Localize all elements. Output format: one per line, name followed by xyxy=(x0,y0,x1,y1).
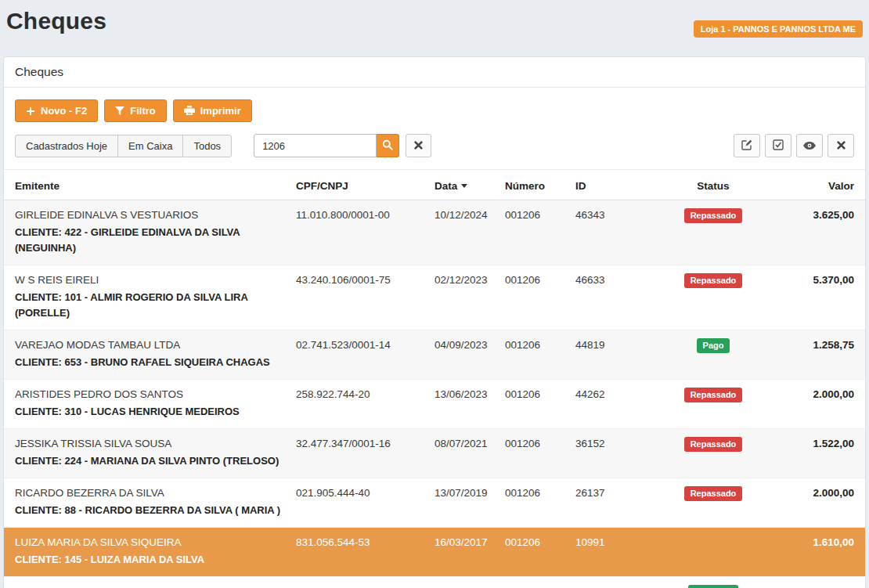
row-action-group xyxy=(734,134,854,157)
date-value: 02/12/2023 xyxy=(428,265,499,330)
emitente-name: RICARDO BEZERRA DA SILVA xyxy=(15,485,283,501)
plus-icon xyxy=(26,106,35,116)
cheque-row[interactable]: VAREJAO MODAS TAMBAU LTDA CLIENTE: 653 -… xyxy=(4,330,865,380)
printer-icon xyxy=(184,106,195,116)
id-value: 44262 xyxy=(569,380,655,429)
emitente-name: JESSIKA TRISSIA SILVA SOUSA xyxy=(15,436,283,452)
print-button[interactable]: Imprimir xyxy=(173,99,252,122)
cliente-info: CLIENTE: 422 - GIRLEIDE EDINALVA DA SILV… xyxy=(15,225,283,256)
status-cell: Repassado xyxy=(655,429,771,478)
emitente-cell: VAREJAO MODAS TAMBAU LTDA CLIENTE: 653 -… xyxy=(4,330,290,380)
filter-button-label: Filtro xyxy=(130,105,156,117)
close-icon xyxy=(837,140,846,152)
valor-value: 1.610,00 xyxy=(771,528,865,577)
cheque-row[interactable]: RICARDO BEZERRA DA SILVA CLIENTE: 88 - R… xyxy=(4,478,865,528)
status-cell: Repassado xyxy=(655,200,771,265)
date-value: 09/01/2016 xyxy=(428,577,499,588)
cliente-info: CLIENTE: 88 - RICARDO BEZERRA DA SILVA (… xyxy=(15,503,283,518)
cheque-row[interactable]: LUIZA MARIA DA SILVA SIQUEIRA CLIENTE: 1… xyxy=(4,528,865,577)
cheque-row[interactable]: GIRLEIDE EDINALVA S VESTUARIOS CLIENTE: … xyxy=(4,200,865,265)
new-button-label: Novo - F2 xyxy=(41,105,87,117)
cpf-value: 32.477.347/0001-16 xyxy=(290,429,428,478)
col-header-data[interactable]: Data xyxy=(428,170,499,200)
page-title: Cheques xyxy=(6,8,106,34)
col-header-valor: Valor xyxy=(771,170,865,200)
store-badge: Loja 1 - PANNOS E PANNOS LTDA ME xyxy=(694,20,863,38)
col-header-id: ID xyxy=(569,170,655,200)
print-button-label: Imprimir xyxy=(200,105,241,117)
cheque-row[interactable]: JESSIKA TRISSIA SILVA SOUSA CLIENTE: 224… xyxy=(4,429,865,478)
filter-icon xyxy=(115,106,124,116)
id-value: 46343 xyxy=(569,200,655,265)
panel-title: Cheques xyxy=(4,57,865,88)
quick-filter-group: Cadastrados Hoje Em Caixa Todos xyxy=(15,135,232,157)
clear-search-button[interactable] xyxy=(406,134,431,157)
id-value: 44819 xyxy=(569,330,655,380)
emitente-cell: JESSIKA TRISSIA SILVA SOUSA CLIENTE: 224… xyxy=(4,429,290,478)
numero-value: 001206 xyxy=(499,528,569,577)
valor-value: 4.000,00 xyxy=(771,577,865,588)
search-group xyxy=(254,134,399,157)
emitente-cell: GIRLEIDE EDINALVA S VESTUARIOS CLIENTE: … xyxy=(4,200,290,265)
date-value: 10/12/2024 xyxy=(428,200,499,265)
search-button[interactable] xyxy=(377,134,399,157)
cheque-row[interactable]: MARIA VERBENIA JOVENTINO CLIENTE: 23 - C… xyxy=(4,577,865,588)
search-input[interactable] xyxy=(254,134,377,157)
date-value: 04/09/2023 xyxy=(428,330,499,380)
valor-value: 3.625,00 xyxy=(771,200,865,265)
filter-tab-em-caixa[interactable]: Em Caixa xyxy=(117,135,183,157)
numero-value: 001206 xyxy=(499,200,569,265)
filter-button[interactable]: Filtro xyxy=(104,99,167,122)
view-button[interactable] xyxy=(796,134,823,157)
eye-icon xyxy=(803,140,816,152)
valor-value: 1.522,00 xyxy=(771,429,865,478)
col-header-numero: Número xyxy=(499,170,569,200)
emitente-name: VAREJAO MODAS TAMBAU LTDA xyxy=(15,337,283,353)
cpf-value: 258.922.744-20 xyxy=(290,380,428,429)
cliente-info: CLIENTE: 145 - LUIZA MARIA DA SILVA xyxy=(15,552,283,568)
date-value: 13/06/2023 xyxy=(428,380,499,429)
cpf-value: 11.010.800/0001-00 xyxy=(290,200,428,265)
cpf-value: 831.056.544-53 xyxy=(290,528,428,577)
cheques-panel: Cheques Novo - F2 Filtro Imprimir xyxy=(3,56,866,588)
cliente-info: CLIENTE: 653 - BRUNO RAFAEL SIQUEIRA CHA… xyxy=(15,355,283,370)
cheques-table-body: GIRLEIDE EDINALVA S VESTUARIOS CLIENTE: … xyxy=(4,200,865,588)
cheques-table: Emitente CPF/CNPJ Data Número ID Status … xyxy=(4,170,865,588)
emitente-name: ARISTIDES PEDRO DOS SANTOS xyxy=(15,387,283,402)
status-badge: Em caixa xyxy=(688,585,738,588)
col-header-emitente: Emitente xyxy=(4,170,290,200)
cheque-row[interactable]: ARISTIDES PEDRO DOS SANTOS CLIENTE: 310 … xyxy=(4,380,865,429)
valor-value: 5.370,00 xyxy=(771,265,865,330)
col-header-cpf: CPF/CNPJ xyxy=(290,170,428,200)
id-value: 46633 xyxy=(569,265,655,330)
date-value: 13/07/2019 xyxy=(428,478,499,528)
numero-value: 001206 xyxy=(499,265,569,330)
col-header-status: Status xyxy=(655,170,771,200)
toolbar: Novo - F2 Filtro Imprimir xyxy=(4,88,865,122)
emitente-name: LUIZA MARIA DA SILVA SIQUEIRA xyxy=(15,535,283,550)
emitente-cell: W S REIS EIRELI CLIENTE: 101 - ALMIR ROG… xyxy=(4,265,290,330)
status-cell: Pago xyxy=(655,330,771,380)
new-button[interactable]: Novo - F2 xyxy=(15,99,98,122)
status-badge: Repassado xyxy=(684,208,743,223)
select-mode-button[interactable] xyxy=(765,134,791,157)
emitente-name: MARIA VERBENIA JOVENTINO xyxy=(15,584,283,588)
valor-value: 1.258,75 xyxy=(771,330,865,380)
edit-mode-button[interactable] xyxy=(734,134,760,157)
cliente-info: CLIENTE: 224 - MARIANA DA SILVA PINTO (T… xyxy=(15,453,283,469)
cpf-value: 731.281.474-34 xyxy=(290,577,428,588)
date-value: 08/07/2021 xyxy=(428,429,499,478)
close-panel-button[interactable] xyxy=(828,134,854,157)
filter-tab-cadastrados-hoje[interactable]: Cadastrados Hoje xyxy=(15,135,118,157)
cpf-value: 43.240.106/0001-75 xyxy=(290,265,428,330)
check-square-icon xyxy=(773,139,784,153)
cpf-value: 021.905.444-40 xyxy=(290,478,428,528)
numero-value: 001206 xyxy=(499,330,569,380)
status-badge: Repassado xyxy=(684,437,743,452)
emitente-name: GIRLEIDE EDINALVA S VESTUARIOS xyxy=(15,207,283,223)
page: Cheques Loja 1 - PANNOS E PANNOS LTDA ME… xyxy=(0,0,869,588)
cpf-value: 02.741.523/0001-14 xyxy=(290,330,428,380)
cheque-row[interactable]: W S REIS EIRELI CLIENTE: 101 - ALMIR ROG… xyxy=(4,265,865,330)
emitente-cell: MARIA VERBENIA JOVENTINO CLIENTE: 23 - C… xyxy=(4,577,290,588)
filter-tab-todos[interactable]: Todos xyxy=(182,135,232,157)
